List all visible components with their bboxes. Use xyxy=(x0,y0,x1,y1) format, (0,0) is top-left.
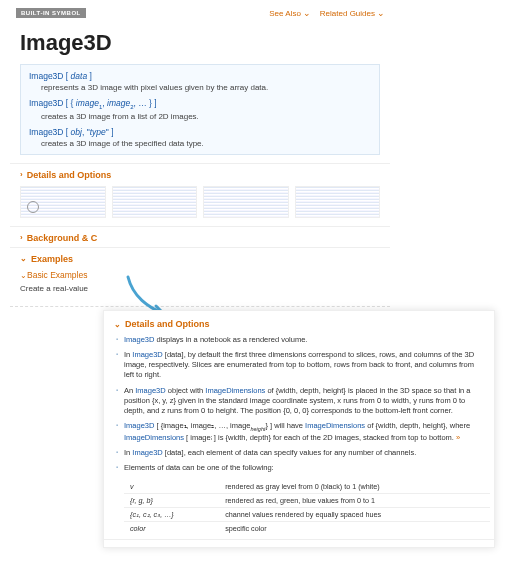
bullet-item: In Image3D [data], each element of data … xyxy=(116,448,482,463)
signature-desc: represents a 3D image with pixel values … xyxy=(29,81,371,92)
thumbnail[interactable] xyxy=(112,186,198,218)
page-title: Image3D xyxy=(10,20,390,64)
bullet-item: An Image3D object with ImageDimensions o… xyxy=(116,386,482,421)
example-text: Create a real-value xyxy=(20,284,380,293)
def-val: specific color xyxy=(219,522,490,536)
signature-head: Image3D [ data ] xyxy=(29,71,371,81)
synopsis-box: Image3D [ data ] represents a 3D image w… xyxy=(20,64,380,155)
bullet-item: Image3D [ {image₁, image₂, …, imageheigh… xyxy=(116,421,482,448)
def-val: channel values rendered by equally space… xyxy=(219,508,490,522)
chevron-down-icon xyxy=(377,10,384,17)
top-links: See Also Related Guides xyxy=(269,9,384,18)
thumbnail[interactable] xyxy=(295,186,381,218)
chevron-down-icon xyxy=(303,10,310,17)
see-also-label: See Also xyxy=(269,9,301,18)
chevron-down-icon: ⌄ xyxy=(20,254,27,263)
def-val: rendered as red, green, blue values from… xyxy=(219,494,490,508)
thumbnail[interactable] xyxy=(20,186,106,218)
signature-head: Image3D [ { image1, image2, … } ] xyxy=(29,98,371,110)
section-label: Details and Options xyxy=(125,319,210,329)
top-bar: BUILT-IN SYMBOL See Also Related Guides xyxy=(10,6,390,20)
def-key: {r, g, b} xyxy=(124,494,219,508)
details-bullets: Image3D displays in a notebook as a rend… xyxy=(114,335,484,535)
definition-table: v rendered as gray level from 0 (black) … xyxy=(124,480,490,535)
signature: Image3D [ obj, "type" ] creates a 3D ima… xyxy=(29,127,371,148)
section-details-options[interactable]: › Details and Options xyxy=(10,163,390,184)
def-val: rendered as gray level from 0 (black) to… xyxy=(219,480,490,494)
related-guides-label: Related Guides xyxy=(320,9,375,18)
bullet-item: In Image3D [data], by default the first … xyxy=(116,350,482,385)
table-row: v rendered as gray level from 0 (black) … xyxy=(124,480,490,494)
chevron-down-icon: ⌄ xyxy=(114,320,121,329)
signature: Image3D [ data ] represents a 3D image w… xyxy=(29,71,371,92)
more-link[interactable]: » xyxy=(456,433,460,442)
section-label: Background & C xyxy=(27,233,98,243)
signature-desc: creates a 3D image of the specified data… xyxy=(29,137,371,148)
see-also-link[interactable]: See Also xyxy=(269,9,310,18)
thumbnail[interactable] xyxy=(203,186,289,218)
details-overlay-panel: ⌄ Details and Options Image3D displays i… xyxy=(103,310,495,548)
basic-examples-heading[interactable]: ⌄Basic Examples xyxy=(20,270,380,280)
torn-edge xyxy=(104,539,494,547)
def-key: {c₁, c₂, c₃, …} xyxy=(124,508,219,522)
builtin-badge: BUILT-IN SYMBOL xyxy=(16,8,86,18)
section-label: Examples xyxy=(31,254,73,264)
doc-page-back: BUILT-IN SYMBOL See Also Related Guides … xyxy=(10,6,390,307)
table-row: {c₁, c₂, c₃, …} channel values rendered … xyxy=(124,508,490,522)
chevron-right-icon: › xyxy=(20,233,23,242)
signature-head: Image3D [ obj, "type" ] xyxy=(29,127,371,137)
section-examples[interactable]: ⌄ Examples xyxy=(10,247,390,268)
torn-edge xyxy=(10,301,390,307)
section-background[interactable]: › Background & C xyxy=(10,226,390,247)
table-row: {r, g, b} rendered as red, green, blue v… xyxy=(124,494,490,508)
bullet-item: Elements of data can be one of the follo… xyxy=(116,463,482,478)
section-label: Details and Options xyxy=(27,170,112,180)
basic-examples-block: ⌄Basic Examples Create a real-value xyxy=(10,268,390,301)
table-row: color specific color xyxy=(124,522,490,536)
section-details-options-expanded[interactable]: ⌄ Details and Options xyxy=(114,317,484,335)
def-key: color xyxy=(124,522,219,536)
related-guides-link[interactable]: Related Guides xyxy=(320,9,384,18)
signature-desc: creates a 3D image from a list of 2D ima… xyxy=(29,110,371,121)
def-key: v xyxy=(124,480,219,494)
chevron-right-icon: › xyxy=(20,170,23,179)
signature: Image3D [ { image1, image2, … } ] create… xyxy=(29,98,371,121)
bullet-item: Image3D displays in a notebook as a rend… xyxy=(116,335,482,350)
details-thumbnails xyxy=(10,184,390,226)
